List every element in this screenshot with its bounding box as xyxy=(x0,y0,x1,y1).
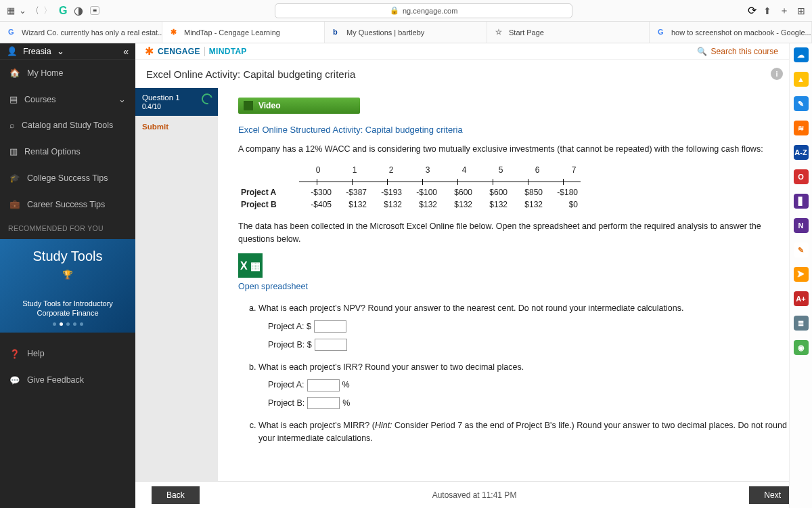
sidebar-item-help[interactable]: ❓ Help xyxy=(0,341,135,367)
search-icon: 🔍 xyxy=(697,47,707,56)
grammarly-icon[interactable]: G xyxy=(59,5,67,17)
rail-app-icon[interactable]: ✎ xyxy=(794,242,809,257)
rail-app-icon[interactable]: ▲ xyxy=(794,72,809,87)
qb-input-a[interactable] xyxy=(307,379,340,391)
nav-icon: 💼 xyxy=(9,199,20,209)
user-menu[interactable]: 👤 Freasia ⌄ « xyxy=(0,43,135,60)
browser-tab[interactable]: ☆Start Page xyxy=(487,22,650,43)
cashflow-cell: $850 xyxy=(510,186,545,198)
tab-label: how to screenshot on macbook - Google... xyxy=(671,28,811,37)
rail-app-icon[interactable]: ⮞ xyxy=(794,267,809,282)
tab-label: Wizard Co. currently has only a real est… xyxy=(22,28,162,37)
qb-project-a-row: Project A: % xyxy=(268,379,792,391)
rail-app-icon[interactable]: ◉ xyxy=(794,340,809,355)
tab-label: MindTap - Cengage Learning xyxy=(184,28,280,37)
qb-unit-a: % xyxy=(342,379,350,391)
sidebar-item[interactable]: ▤Courses⌄ xyxy=(0,86,135,112)
sidebar-item[interactable]: ⌕Catalog and Study Tools xyxy=(0,112,135,138)
app-rail: ☁▲✎≋A-ZO▋N✎⮞A+≣◉ xyxy=(789,43,812,508)
instructions-text: The data has been collected in the Micro… xyxy=(238,220,792,246)
page-title: Excel Online Activity: Capital budgeting… xyxy=(146,68,355,80)
open-spreadsheet-link[interactable]: Open spreadsheet xyxy=(238,282,792,291)
nav-back-icon[interactable]: 〈 xyxy=(30,5,39,17)
card-title: Study Tools xyxy=(8,249,127,264)
sidebar-item[interactable]: 🏠My Home xyxy=(0,60,135,86)
question-progress: 0.4/10 xyxy=(142,103,211,110)
browser-tab[interactable]: GWizard Co. currently has only a real es… xyxy=(0,22,162,43)
recommended-card[interactable]: Study Tools 🏆 Study Tools for Introducto… xyxy=(0,239,135,333)
sidebar-item[interactable]: ▥Rental Options xyxy=(0,138,135,165)
info-icon[interactable]: i xyxy=(771,68,783,80)
reload-icon[interactable]: ⟳ xyxy=(748,4,757,17)
submit-button[interactable]: Submit xyxy=(135,116,218,137)
help-icon: ❓ xyxy=(9,349,20,359)
sidebar-item[interactable]: 💼Career Success Tips xyxy=(0,191,135,217)
rail-app-icon[interactable]: ▋ xyxy=(794,194,809,209)
sidebar-item-feedback[interactable]: 💬 Give Feedback xyxy=(0,367,135,394)
rail-app-icon[interactable]: ✎ xyxy=(794,96,809,111)
feedback-label: Give Feedback xyxy=(27,375,84,385)
tabs-overview-icon[interactable]: ⊞ xyxy=(797,5,805,16)
nav-icon: ▥ xyxy=(9,146,18,156)
nav-label: College Success Tips xyxy=(27,173,108,183)
video-button[interactable]: Video xyxy=(238,98,360,114)
shield-icon[interactable]: ◑ xyxy=(74,4,83,17)
rail-app-icon[interactable]: ☁ xyxy=(794,47,809,62)
page-header: Excel Online Activity: Capital budgeting… xyxy=(135,60,812,88)
cashflow-cell: $132 xyxy=(405,198,440,211)
reader-icon[interactable]: ≡ xyxy=(90,6,99,15)
browser-tab[interactable]: ✱MindTap - Cengage Learning xyxy=(162,22,325,43)
browser-tab[interactable]: Ghow to screenshot on macbook - Google..… xyxy=(650,22,812,43)
tab-label: My Questions | bartleby xyxy=(346,28,424,37)
question-number: Question 1 xyxy=(142,93,180,102)
qa-input-a[interactable] xyxy=(314,320,346,333)
timeline-axis xyxy=(299,182,581,182)
rail-app-icon[interactable]: ≋ xyxy=(794,121,809,135)
video-label: Video xyxy=(258,101,280,110)
cashflow-cell: -$100 xyxy=(405,186,440,198)
collapse-sidebar-icon[interactable]: « xyxy=(123,46,129,57)
qa-label-a: Project A: $ xyxy=(268,320,311,333)
new-tab-icon[interactable]: ＋ xyxy=(780,5,789,17)
browser-toolbar: ▦ ⌄ 〈 〉 G ◑ ≡ 🔒 ng.cengage.com ⟳ ⬆ ＋ ⊞ xyxy=(0,0,812,22)
period-label: 6 xyxy=(520,165,555,177)
question-box[interactable]: Question 1 0.4/10 xyxy=(135,88,218,116)
rail-app-icon[interactable]: ≣ xyxy=(794,316,809,331)
cashflow-cell: $132 xyxy=(510,198,545,211)
period-label: 7 xyxy=(556,165,591,177)
qb-label-b: Project B: xyxy=(268,397,304,410)
url-bar[interactable]: 🔒 ng.cengage.com xyxy=(275,3,572,18)
back-button[interactable]: Back xyxy=(152,486,200,504)
feedback-icon: 💬 xyxy=(9,375,20,385)
browser-tab[interactable]: bMy Questions | bartleby xyxy=(325,22,487,43)
rail-app-icon[interactable]: N xyxy=(794,218,809,233)
nav-label: Courses xyxy=(24,95,56,104)
cashflow-cell: $600 xyxy=(440,186,475,198)
activity-intro: A company has a 12% WACC and is consider… xyxy=(238,143,792,156)
cashflow-cell: $0 xyxy=(545,198,581,211)
excel-icon[interactable]: X ▦ xyxy=(238,253,263,278)
panel-icon[interactable]: ▦ xyxy=(7,5,15,16)
rail-app-icon[interactable]: O xyxy=(794,169,809,184)
rail-app-icon[interactable]: A+ xyxy=(794,291,809,306)
carousel-dots[interactable] xyxy=(8,322,127,326)
project-name: Project B xyxy=(238,198,299,211)
cashflow-cell: $132 xyxy=(475,198,510,211)
video-icon xyxy=(244,101,253,110)
nav-label: Career Success Tips xyxy=(27,200,105,209)
sidebar-item[interactable]: 🎓College Success Tips xyxy=(0,165,135,191)
recommended-label: RECOMMENDED FOR YOU xyxy=(0,217,135,239)
qa-input-b[interactable] xyxy=(315,339,347,351)
share-icon[interactable]: ⬆ xyxy=(763,5,771,16)
nav-fwd-icon[interactable]: 〉 xyxy=(43,5,52,17)
qb-input-b[interactable] xyxy=(307,397,340,409)
period-label: 0 xyxy=(300,165,336,177)
favicon-icon: ☆ xyxy=(495,28,505,37)
course-search[interactable]: 🔍 Search this course xyxy=(697,47,778,56)
app-sidebar: 👤 Freasia ⌄ « 🏠My Home▤Courses⌄⌕Catalog … xyxy=(0,43,135,508)
rail-app-icon[interactable]: A-Z xyxy=(794,145,809,160)
period-label: 3 xyxy=(410,165,445,177)
qa-project-b-row: Project B: $ xyxy=(268,339,792,352)
panel-chevron-icon[interactable]: ⌄ xyxy=(19,5,26,16)
cashflow-cell: -$180 xyxy=(545,186,581,198)
